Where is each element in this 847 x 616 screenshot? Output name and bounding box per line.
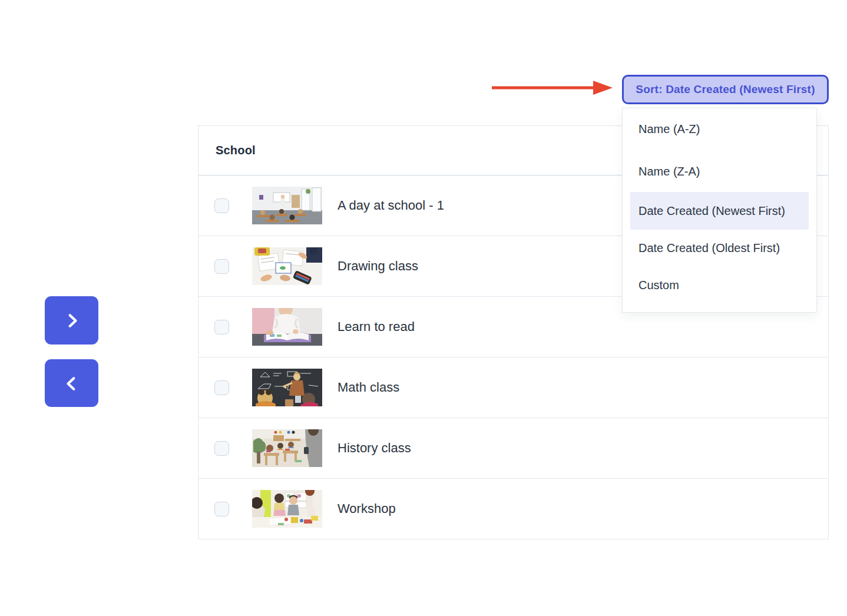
menu-item-custom[interactable]: Custom [630, 266, 809, 304]
row-title: A day at school - 1 [338, 198, 444, 213]
chevron-right-icon [64, 313, 80, 328]
menu-item-name-za[interactable]: Name (Z-A) [630, 153, 809, 190]
row-title: Drawing class [338, 259, 418, 274]
next-button[interactable] [45, 296, 98, 345]
classroom-with-teacher-thumbnail [252, 187, 322, 224]
chevron-left-icon [64, 376, 80, 391]
table-row[interactable]: Math class [198, 357, 828, 418]
child-reading-book-thumbnail [252, 308, 322, 346]
sort-dropdown-menu: Name (A-Z) Name (Z-A) Date Created (Newe… [622, 108, 817, 313]
row-checkbox[interactable] [214, 441, 229, 456]
previous-button[interactable] [45, 359, 98, 407]
row-title: Workshop [338, 501, 396, 516]
row-title: Learn to read [338, 319, 415, 335]
table-header-label: School [216, 144, 256, 157]
menu-item-date-oldest[interactable]: Date Created (Oldest First) [630, 229, 809, 267]
row-title: History class [338, 441, 411, 456]
classroom-students-thumbnail [252, 429, 322, 467]
row-checkbox[interactable] [214, 502, 229, 516]
children-drawing-desks-thumbnail [252, 247, 322, 285]
sort-button[interactable]: Sort: Date Created (Newest First) [622, 75, 829, 104]
kids-craft-table-thumbnail [252, 490, 322, 528]
table-row[interactable]: Workshop [198, 479, 828, 539]
blackboard-formulas-thumbnail [252, 369, 322, 406]
menu-item-name-az[interactable]: Name (A-Z) [630, 110, 809, 148]
row-checkbox[interactable] [214, 198, 229, 213]
table-row[interactable]: History class [198, 418, 828, 479]
row-title: Math class [338, 380, 399, 395]
row-checkbox[interactable] [214, 320, 229, 335]
annotation-arrow-icon [492, 80, 613, 95]
row-checkbox[interactable] [214, 259, 229, 274]
page: Sort: Date Created (Newest First) Name (… [0, 0, 847, 616]
row-checkbox[interactable] [214, 380, 229, 395]
menu-item-date-newest[interactable]: Date Created (Newest First) [630, 192, 809, 230]
